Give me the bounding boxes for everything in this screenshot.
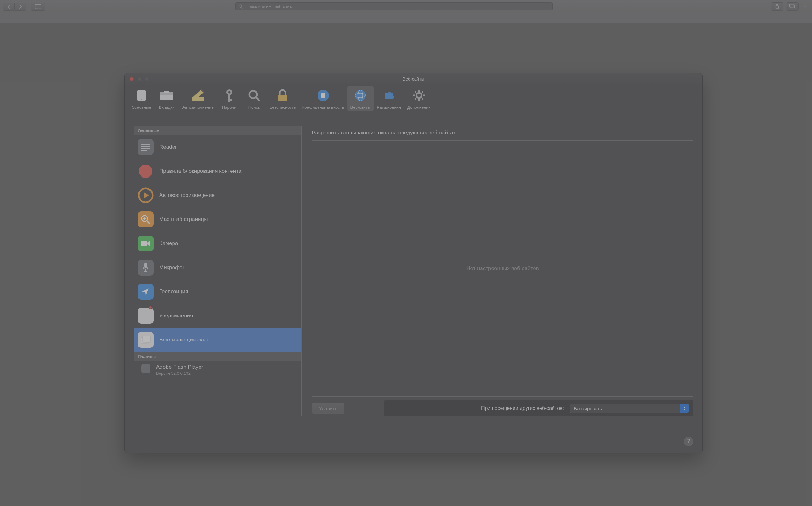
svg-point-26 <box>416 93 421 98</box>
sidebar-item-flash[interactable]: Adobe Flash Player Версия 32.0.0.192 <box>134 361 301 381</box>
sidebar-toggle-button[interactable] <box>31 3 45 11</box>
sidebar-item-notifications[interactable]: Уведомления <box>134 304 301 328</box>
back-button[interactable] <box>3 3 15 11</box>
svg-rect-20 <box>278 95 288 101</box>
default-policy-select[interactable]: Блокировать <box>570 404 689 413</box>
privacy-icon <box>316 88 331 103</box>
svg-line-34 <box>415 98 416 99</box>
traffic-lights <box>130 77 149 81</box>
forward-button[interactable] <box>15 3 26 11</box>
sidebar-item-autoplay[interactable]: Автовоспроизведение <box>134 183 301 207</box>
panel-bottom-row: Удалить При посещении других веб-сайтов:… <box>312 401 694 416</box>
svg-line-45 <box>147 221 150 224</box>
svg-line-33 <box>422 91 423 93</box>
notification-icon <box>138 308 154 324</box>
svg-marker-47 <box>148 241 150 246</box>
minimize-window-button[interactable] <box>137 77 141 81</box>
autofill-icon <box>190 88 206 103</box>
tab-search[interactable]: Поиск <box>242 86 266 111</box>
sidebar-item-label: Всплывающие окна <box>159 337 209 343</box>
general-icon <box>134 88 149 103</box>
help-button[interactable]: ? <box>684 437 694 446</box>
svg-marker-39 <box>139 165 152 178</box>
tab-security[interactable]: Безопасность <box>266 86 299 111</box>
zoom-icon <box>138 212 154 227</box>
microphone-icon <box>138 260 154 275</box>
notification-badge-icon <box>149 306 152 310</box>
address-placeholder: Поиск или имя веб-сайта <box>245 4 294 9</box>
nav-button-group <box>3 3 26 11</box>
default-policy-bar: При посещении других веб-сайтов: Блокиро… <box>385 401 694 416</box>
tab-tabs[interactable]: Вкладки <box>155 86 179 111</box>
select-value: Блокировать <box>574 406 602 411</box>
tab-privacy[interactable]: Конфиденциальность <box>299 86 347 111</box>
new-tab-button[interactable]: + <box>801 2 809 10</box>
sidebar-item-microphone[interactable]: Микрофон <box>134 256 301 280</box>
plugin-icon <box>142 364 150 373</box>
sidebar-item-camera[interactable]: Камера <box>134 232 301 256</box>
sidebar-item-location[interactable]: Геопозиция <box>134 280 301 304</box>
svg-rect-46 <box>141 241 148 246</box>
chevron-updown-icon <box>680 404 688 413</box>
tab-extensions[interactable]: Расширения <box>374 86 404 111</box>
search-pref-icon <box>246 88 262 103</box>
stop-icon <box>138 163 154 179</box>
svg-line-3 <box>241 7 243 8</box>
svg-line-19 <box>256 97 259 100</box>
share-button[interactable] <box>771 2 784 10</box>
lock-icon <box>275 88 290 103</box>
location-icon <box>138 284 154 300</box>
svg-line-32 <box>422 98 423 99</box>
address-bar[interactable]: Поиск или имя веб-сайта <box>235 2 553 10</box>
sidebar-item-label: Камера <box>159 240 178 247</box>
close-window-button[interactable] <box>130 77 134 81</box>
svg-rect-53 <box>143 336 150 342</box>
tab-advanced[interactable]: Дополнения <box>404 86 434 111</box>
tab-websites[interactable]: Веб-сайты <box>347 86 374 111</box>
plugin-version: Версия 32.0.0.192 <box>156 371 203 376</box>
search-icon <box>239 4 243 9</box>
tab-autofill[interactable]: Автозаполнение <box>179 86 217 111</box>
panel-heading: Разрешить всплывающие окна на следующих … <box>312 130 694 136</box>
sidebar-item-label: Уведомления <box>159 313 193 319</box>
svg-rect-12 <box>164 91 169 93</box>
sidebar-item-popups[interactable]: Всплывающие окна <box>134 328 301 352</box>
preferences-title: Веб-сайты <box>403 76 424 81</box>
empty-state-text: Нет настроенных веб-сайтов <box>466 265 539 272</box>
sidebar-item-label: Автовоспроизведение <box>159 192 215 198</box>
sidebar-item-reader[interactable]: Reader <box>134 135 301 159</box>
svg-point-9 <box>141 99 142 100</box>
sidebar-item-page-zoom[interactable]: Масштаб страницы <box>134 207 301 232</box>
sidebar-item-content-blockers[interactable]: Правила блокирования контента <box>134 159 301 183</box>
preferences-toolbar: Основные Вкладки Автозаполнение Пароли П… <box>125 85 702 118</box>
svg-rect-17 <box>228 99 232 101</box>
svg-rect-0 <box>35 4 41 9</box>
sidebar-item-label: Микрофон <box>159 264 185 271</box>
configured-sites-list[interactable]: Нет настроенных веб-сайтов <box>312 141 694 397</box>
reader-icon <box>138 139 154 155</box>
maximize-window-button[interactable] <box>145 77 149 81</box>
svg-rect-22 <box>321 93 325 98</box>
tab-strip <box>0 13 812 23</box>
svg-rect-48 <box>144 263 147 268</box>
camera-icon <box>138 236 154 251</box>
websites-sidebar: Основные Reader Правила блокирования кон… <box>134 126 302 416</box>
sidebar-header-plugins: Плагины <box>134 352 301 361</box>
svg-line-31 <box>415 91 416 93</box>
gear-icon <box>411 88 427 103</box>
svg-marker-51 <box>142 288 149 295</box>
svg-rect-8 <box>140 92 143 92</box>
svg-point-23 <box>355 90 366 101</box>
delete-button[interactable]: Удалить <box>312 403 344 414</box>
preferences-titlebar: Веб-сайты <box>125 73 702 85</box>
preferences-body: Основные Reader Правила блокирования кон… <box>125 118 702 453</box>
svg-marker-41 <box>144 192 149 198</box>
play-icon <box>138 187 154 203</box>
sidebar-item-label: Геопозиция <box>159 288 188 295</box>
toolbar-right-group: + <box>771 2 809 10</box>
preferences-window: Веб-сайты Основные Вкладки Автозаполнени… <box>124 73 703 453</box>
tab-passwords[interactable]: Пароли <box>217 86 242 111</box>
tab-general[interactable]: Основные <box>129 86 155 111</box>
browser-toolbar: Поиск или имя веб-сайта + <box>0 0 812 13</box>
tab-overview-button[interactable] <box>786 2 799 10</box>
